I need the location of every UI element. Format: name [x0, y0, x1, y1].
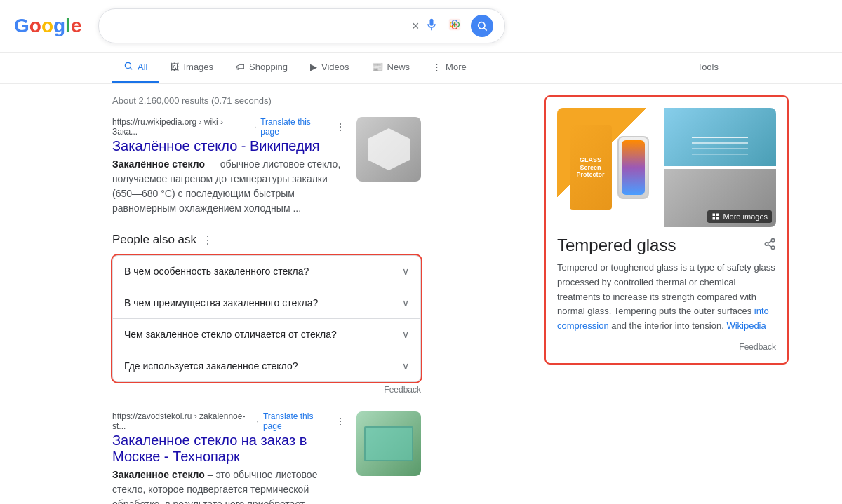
- result-1: https://ru.wikipedia.org › wiki › Зака..…: [112, 117, 421, 216]
- result-1-url-text: https://ru.wikipedia.org › wiki › Зака..…: [112, 117, 250, 137]
- kp-description: Tempered or toughened glass is a type of…: [557, 261, 776, 334]
- clear-icon[interactable]: ×: [412, 19, 420, 34]
- kp-image-r1[interactable]: [664, 108, 776, 166]
- kp-image-main[interactable]: GLASSScreenProtector: [557, 108, 661, 227]
- main-content: About 2,160,000 results (0.71 seconds) h…: [0, 84, 842, 504]
- people-also-ask: People also ask ⋮ В чем особенность зака…: [112, 233, 421, 395]
- phone-img: [617, 136, 649, 199]
- svg-line-7: [484, 28, 487, 31]
- result-2: https://zavodstekol.ru › zakalennoe-st..…: [112, 411, 421, 504]
- tab-all[interactable]: All: [112, 53, 159, 83]
- svg-line-18: [768, 240, 771, 243]
- svg-point-8: [125, 62, 131, 68]
- paa-chevron-4: ∨: [402, 360, 409, 372]
- tab-tools[interactable]: Tools: [686, 53, 730, 83]
- result-2-snippet: Закаленное стекло – это обычное листовое…: [112, 468, 345, 504]
- result-2-url: https://zavodstekol.ru › zakalennoe-st..…: [112, 411, 345, 431]
- kp-share-icon[interactable]: [763, 238, 776, 254]
- result-2-url-text: https://zavodstekol.ru › zakalennoe-st..…: [112, 411, 253, 431]
- more-images-text: More images: [723, 212, 768, 221]
- search-button[interactable]: [471, 15, 493, 37]
- tab-videos[interactable]: ▶ Videos: [299, 53, 361, 83]
- result-2-more-icon[interactable]: ⋮: [335, 416, 345, 427]
- result-1-snippet-bold: Закалённое стекло: [112, 158, 205, 170]
- result-2-content: https://zavodstekol.ru › zakalennoe-st..…: [112, 411, 345, 504]
- videos-tab-icon: ▶: [310, 62, 317, 72]
- result-1-thumbnail[interactable]: [356, 117, 421, 182]
- result-2-title[interactable]: Закаленное стекло на заказ в Москве - Те…: [112, 433, 345, 465]
- paa-chevron-3: ∨: [402, 329, 409, 340]
- result-1-content: https://ru.wikipedia.org › wiki › Зака..…: [112, 117, 345, 216]
- result-2-dot: ·: [257, 416, 259, 426]
- search-icons: [425, 15, 493, 37]
- kp-title-text: Tempered glass: [557, 236, 676, 255]
- tab-images[interactable]: 🖼 Images: [159, 53, 225, 83]
- shopping-tab-icon: 🏷: [236, 62, 245, 72]
- svg-rect-13: [716, 217, 719, 220]
- search-bar: закаленное стекло ×: [98, 8, 505, 43]
- svg-rect-10: [713, 214, 716, 217]
- result-1-dot: ·: [254, 122, 256, 132]
- paa-box: В чем особенность закаленного стекла? ∨ …: [112, 255, 421, 382]
- result-1-more-icon[interactable]: ⋮: [335, 121, 345, 132]
- search-input[interactable]: закаленное стекло: [110, 20, 406, 32]
- svg-point-6: [479, 22, 485, 29]
- result-1-snippet: Закалённое стекло — обычное листовое сте…: [112, 157, 345, 216]
- tabs-bar: All 🖼 Images 🏷 Shopping ▶ Videos 📰 News …: [0, 53, 842, 84]
- google-logo[interactable]: Google: [14, 15, 81, 37]
- more-tab-icon: ⋮: [432, 62, 441, 72]
- kp-source-link[interactable]: Wikipedia: [726, 320, 766, 331]
- paa-question-1: В чем особенность закаленного стекла?: [124, 266, 309, 277]
- svg-line-17: [768, 245, 771, 247]
- paa-feedback[interactable]: Feedback: [112, 385, 421, 395]
- paa-question-2: В чем преимущества закаленного стекла?: [124, 297, 318, 308]
- kp-feedback[interactable]: Feedback: [557, 342, 776, 352]
- results-info: About 2,160,000 results (0.71 seconds): [112, 90, 421, 117]
- svg-point-15: [765, 242, 768, 245]
- knowledge-panel: GLASSScreenProtector: [533, 84, 800, 504]
- kp-image-r2[interactable]: More images: [664, 169, 776, 227]
- paa-header: People also ask ⋮: [112, 233, 421, 247]
- result-2-thumbnail[interactable]: [356, 411, 421, 476]
- paa-item-2[interactable]: В чем преимущества закаленного стекла? ∨: [113, 287, 420, 319]
- glass-product-img: GLASSScreenProtector: [570, 125, 612, 210]
- lens-icon[interactable]: [447, 17, 462, 36]
- tab-shopping[interactable]: 🏷 Shopping: [225, 53, 299, 83]
- paa-options-icon[interactable]: ⋮: [202, 233, 213, 247]
- paa-chevron-2: ∨: [402, 297, 409, 308]
- result-1-translate[interactable]: Translate this page: [260, 117, 331, 137]
- paa-title: People also ask: [112, 233, 196, 247]
- kp-images-right: More images: [664, 108, 776, 227]
- header: Google закаленное стекло ×: [0, 0, 842, 53]
- images-tab-icon: 🖼: [170, 62, 179, 72]
- paa-item-3[interactable]: Чем закаленное стекло отличается от стек…: [113, 319, 420, 350]
- svg-point-14: [771, 238, 775, 242]
- search-results: About 2,160,000 results (0.71 seconds) h…: [0, 84, 533, 504]
- paa-item-4[interactable]: Где используется закаленное стекло? ∨: [113, 350, 420, 381]
- svg-rect-12: [713, 217, 716, 220]
- paa-question-3: Чем закаленное стекло отличается от стек…: [124, 329, 337, 340]
- result-2-translate[interactable]: Translate this page: [263, 411, 331, 431]
- svg-line-9: [130, 67, 132, 69]
- tab-more[interactable]: ⋮ More: [421, 53, 478, 83]
- svg-rect-11: [716, 214, 719, 217]
- kp-box: GLASSScreenProtector: [544, 95, 789, 365]
- kp-title: Tempered glass: [557, 236, 776, 255]
- svg-point-16: [771, 246, 775, 250]
- result-1-url: https://ru.wikipedia.org › wiki › Зака..…: [112, 117, 345, 137]
- more-images-badge[interactable]: More images: [707, 210, 772, 223]
- result-2-snippet-bold: Закаленное стекло: [112, 469, 205, 480]
- paa-item-1[interactable]: В чем особенность закаленного стекла? ∨: [113, 256, 420, 287]
- news-tab-icon: 📰: [372, 62, 383, 72]
- mic-icon[interactable]: [425, 18, 439, 35]
- paa-chevron-1: ∨: [402, 266, 409, 277]
- result-1-title[interactable]: Закалённое стекло - Википедия: [112, 138, 345, 154]
- paa-question-4: Где используется закаленное стекло?: [124, 360, 298, 372]
- all-tab-icon: [123, 61, 133, 73]
- tab-news[interactable]: 📰 News: [361, 53, 422, 83]
- kp-images: GLASSScreenProtector: [557, 108, 776, 227]
